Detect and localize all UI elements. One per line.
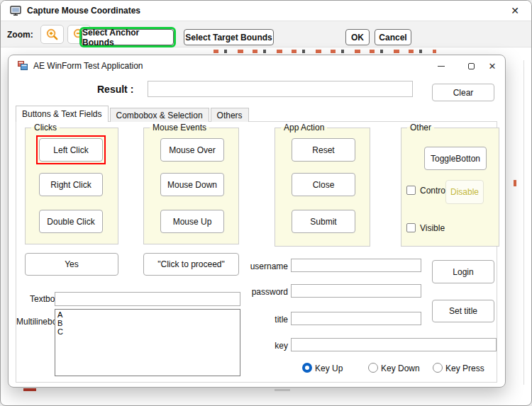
group-app-action-title: App Action (281, 123, 327, 132)
group-other: Other ToggleBotton Control Disable Visib… (401, 128, 499, 247)
key-up-radio[interactable] (302, 363, 312, 373)
anchor-highlight-box: Select Anchor Bounds (79, 27, 176, 47)
mouse-up-button[interactable]: Mouse Up (160, 210, 224, 233)
winforms-app-icon (18, 61, 28, 71)
group-clicks: Clicks Left Click Right Click Double Cli… (25, 128, 118, 244)
tab-others[interactable]: Others (211, 108, 249, 122)
submit-button[interactable]: Submit (292, 210, 355, 233)
key-down-radio-label: Key Down (381, 363, 420, 373)
background-artifact (23, 388, 36, 391)
group-mouse-events-title: Mouse Events (150, 123, 209, 132)
visible-checkbox[interactable] (406, 223, 416, 232)
group-clicks-title: Clicks (31, 123, 60, 132)
result-input[interactable] (148, 81, 413, 97)
outer-titlebar: Capture Mouse Coordinates ✕ (1, 1, 531, 21)
minimize-icon[interactable] (427, 55, 455, 77)
background-scroll-edge (523, 60, 524, 385)
app-titlebar: AE WinForm Test Application ✕ (9, 55, 505, 77)
cancel-button[interactable]: Cancel (375, 29, 411, 45)
title-input[interactable] (291, 312, 421, 325)
key-down-radio[interactable] (368, 363, 378, 373)
key-label: key (237, 341, 288, 351)
group-app-action: App Action Reset Close Submit (275, 128, 370, 247)
background-artifact (514, 180, 516, 186)
zoom-in-button[interactable] (40, 25, 64, 44)
capture-mouse-coordinates-window: Capture Mouse Coordinates ✕ Zoom: Select… (0, 0, 532, 406)
right-click-button[interactable]: Right Click (39, 173, 103, 196)
select-anchor-bounds-button[interactable]: Select Anchor Bounds (82, 29, 174, 45)
winform-test-window: AE WinForm Test Application ✕ Result : C… (8, 55, 506, 388)
zoom-label: Zoom: (7, 30, 33, 40)
click-to-proceed-button[interactable]: "Click to proceed" (143, 253, 239, 276)
key-press-radio[interactable] (433, 363, 443, 373)
password-input[interactable] (291, 284, 421, 298)
tab-combobox-selection[interactable]: Combobox & Selection (110, 108, 209, 122)
group-mouse-events: Mouse Events Mouse Over Mouse Down Mouse… (143, 128, 239, 244)
set-title-button[interactable]: Set title (432, 300, 494, 322)
mouse-over-button[interactable]: Mouse Over (160, 138, 224, 162)
background-artifact (214, 50, 436, 53)
control-checkbox-label: Control (420, 186, 448, 196)
reset-button[interactable]: Reset (292, 138, 355, 162)
ok-button[interactable]: OK (345, 29, 370, 45)
mouse-down-button[interactable]: Mouse Down (160, 173, 224, 196)
username-input[interactable] (291, 259, 421, 272)
login-button[interactable]: Login (432, 260, 494, 283)
background-artifact (275, 389, 290, 391)
app-title: AE WinForm Test Application (33, 55, 143, 77)
textbox-input[interactable] (55, 292, 240, 306)
key-up-radio-label: Key Up (315, 363, 343, 373)
key-input[interactable] (291, 338, 497, 351)
select-target-bounds-button[interactable]: Select Target Bounds (184, 29, 274, 45)
yes-button[interactable]: Yes (25, 253, 118, 276)
title-label: title (237, 315, 288, 325)
multilinebox-input[interactable]: A B C (55, 309, 240, 376)
username-label: username (237, 261, 288, 271)
visible-checkbox-label: Visible (420, 223, 445, 233)
zoom-in-icon (45, 28, 59, 41)
tab-buttons-text-fields[interactable]: Buttons & Text Fields (16, 106, 109, 122)
app-close-icon[interactable]: ✕ (478, 55, 506, 77)
window-title: Capture Mouse Coordinates (27, 1, 140, 21)
double-click-button[interactable]: Double Click (39, 210, 103, 233)
tab-strip: Buttons & Text Fields Combobox & Selecti… (16, 106, 249, 122)
close-button[interactable]: Close (292, 173, 355, 196)
close-icon[interactable]: ✕ (504, 3, 526, 18)
control-checkbox[interactable] (406, 186, 416, 195)
monitor-icon (10, 5, 21, 16)
toolbar: Zoom: Select Anchor Bounds Select Target… (1, 21, 531, 47)
result-label: Result : (97, 84, 133, 95)
password-label: password (237, 287, 288, 297)
key-press-radio-label: Key Press (445, 363, 484, 373)
clear-button[interactable]: Clear (432, 84, 494, 101)
toggle-button[interactable]: ToggleBotton (424, 147, 487, 170)
left-click-button[interactable]: Left Click (39, 138, 103, 162)
group-other-title: Other (407, 123, 434, 132)
disable-button[interactable]: Disable (445, 180, 484, 204)
